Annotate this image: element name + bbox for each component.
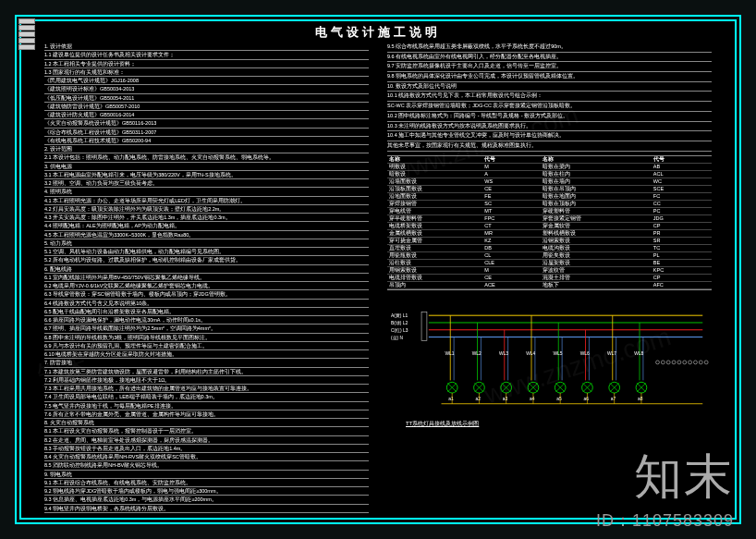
svg-text:A(黄) L1: A(黄) L1: [391, 312, 408, 318]
laying-code-table: 名称代号名称代号明敷设M暗敷在梁内AB暗敷设A暗敷在柱内ACL沿墙面敷设WS暗敷…: [387, 155, 712, 290]
code-table-row: 沿墙面敷设WS暗敷在墙内WC: [387, 178, 712, 186]
spec-line: 5.1 空调、风机等动力设备由动力配电箱供电，动力配电箱编号见系统图。: [44, 248, 369, 256]
code-table-row: 沿柱敷设CLE沿屋架敷设BE: [387, 260, 712, 267]
svg-text:a8: a8: [638, 396, 643, 400]
spec-column-right: 9.5 综合布线系统采用超五类非屏蔽双绞线，水平子系统长度不超过90m。9.6 …: [387, 43, 712, 513]
spec-line: 8.5 消防联动控制线路采用NH-BV耐火铜芯导线。: [44, 461, 369, 470]
svg-text:WL4: WL4: [526, 351, 535, 356]
spec-line: 7.1 本建筑按第三类防雷建筑物设防，屋面设避雷带，利用结构柱内主筋作引下线。: [44, 368, 369, 376]
code-table-row: 沿地面敷设FE暗敷在地面内FC: [387, 193, 712, 201]
spec-line: 《建筑照明设计标准》GB50034-2013: [44, 85, 369, 93]
titleblock-marks: [18, 18, 35, 50]
spec-line: 6.1 室内配线除注明外均采用BV-450/750V铜芯聚氯乙烯绝缘导线。: [44, 274, 369, 282]
code-table-row: 暗敷设A暗敷在柱内ACL: [387, 171, 712, 178]
spec-line: 5.2 所有电动机均设短路、过载及缺相保护，电动机控制箱由设备厂家成套供货。: [44, 256, 369, 264]
svg-point-81: [694, 360, 698, 363]
spec-line: 4.5 本工程照明光源色温宜为3300K~5300K，显色指数Ra≥80。: [44, 231, 369, 239]
spec-line: 7.2 利用基础内钢筋作接地极，接地电阻不大于1Ω。: [44, 376, 369, 385]
code-table-header: 名称代号名称代号: [387, 156, 712, 164]
spec-line: 6.7 照明、插座回路导线截面除注明外均为2.5mm²，空调回路为4mm²。: [44, 325, 369, 333]
code-table-row: 电缆桥架敷设CT穿金属软管CP: [387, 223, 712, 230]
spec-line: 4. 照明系统: [44, 188, 369, 196]
spec-line: 8.2 在走道、房间、电梯前室等处设感烟探测器，厨房设感温探测器。: [44, 436, 369, 445]
svg-text:WL8: WL8: [634, 351, 643, 356]
spec-line: 其他未尽事宜，按国家现行有关规范、规程及标准图集执行。: [387, 141, 712, 152]
spec-line: 5. 动力系统: [44, 239, 369, 248]
spec-line: 6.4 线路敷设方式代号含义见本说明第10条。: [44, 300, 369, 308]
svg-text:a4: a4: [530, 396, 535, 400]
spec-line: 9.2 弱电线路均穿JDG管暗敷于墙内或楼板内，弱电与强电间距≥300mm。: [44, 487, 369, 496]
spec-line: 10.2 图中线路标注格式为：回路编号 - 导线型号及规格 - 敷设方式及部位。: [387, 112, 712, 122]
svg-point-82: [699, 360, 702, 363]
spec-line: 4.1 本工程照明光源：办公、走道等场所采用荧光灯或LED灯，卫生间采用防潮灯。: [44, 197, 369, 205]
spec-line: 6.2 电缆采用YJV-0.6/1kV交联聚乙烯绝缘聚氯乙烯护套铜芯电力电缆。: [44, 282, 369, 290]
code-table-row: 直埋敷设DB电缆沟敷设TC: [387, 245, 712, 252]
spec-line: 《民用建筑电气设计规范》JGJ16-2008: [44, 77, 369, 85]
spec-line: 10. 敷设方式及部位代号说明: [387, 82, 712, 92]
spec-line: 2. 设计范围: [44, 145, 369, 153]
spec-line: 《有线电视系统工程技术规范》GB50200-94: [44, 137, 369, 145]
spec-line: 3.1 本工程电源由室外配电箱引来，电压等级为380/220V，采用TN-S接地…: [44, 171, 369, 179]
wiring-caption: TT系统灯具接线及放线示例图: [387, 420, 712, 428]
code-table-row: 明敷设M暗敷在梁内AB: [387, 164, 712, 171]
code-table-row: 穿半硬塑料管FPC穿套接紧定钢管JDG: [387, 215, 712, 223]
spec-line: 4.3 开关安装高度：除图中注明外，开关底边距地1.3m，插座底边距地0.3m。: [44, 214, 369, 222]
svg-text:WL7: WL7: [607, 351, 616, 356]
code-table-row: 穿可挠金属管KZ沿钢索敷设SR: [387, 238, 712, 245]
spec-line: 7. 防雷接地: [44, 359, 369, 367]
svg-text:WL3: WL3: [499, 351, 508, 356]
svg-point-76: [666, 360, 670, 363]
spec-line: 3.2 照明、空调、动力负荷均按三级负荷考虑。: [44, 179, 369, 188]
svg-text:a6: a6: [584, 396, 590, 400]
svg-text:WL5: WL5: [553, 351, 562, 356]
code-table-row: 用钢索敷设M穿波纹管KPC: [387, 267, 712, 275]
svg-point-74: [656, 360, 660, 363]
spec-line: 《低压配电设计规范》GB50054-2011: [44, 94, 369, 103]
wiring-example-diagram: A(黄) L1B(绿) L2C(红) L3(蓝) NWL1a1WL2a2WL3a…: [387, 298, 712, 418]
spec-line: 8.3 手动报警按钮设于各层走道及出入口，底边距地1.4m。: [44, 445, 369, 453]
spec-line: 9.8 弱电系统的具体深化设计由专业公司完成，本设计仅预留管线及箱体位置。: [387, 72, 712, 82]
content-columns: 1. 设计依据1.1 建设单位提供的设计任务书及相关设计要求文件；1.2 本工程…: [44, 43, 712, 513]
spec-line: 9.6 有线电视系统由室外有线电视网引入，经分配器分配至各电视插座。: [387, 53, 712, 63]
svg-point-79: [683, 360, 687, 363]
spec-line: 9.7 安防监控系统摄像机设于主要出入口及走道，信号传至一层监控室。: [387, 62, 712, 72]
svg-point-83: [704, 360, 708, 363]
spec-line: 6.10 电缆桥架在穿越防火分区处应采取防火封堵措施。: [44, 350, 369, 359]
svg-text:(蓝) N: (蓝) N: [391, 334, 404, 339]
spec-line: 7.3 本工程采用共用接地系统，所有进出建筑物的金属管道均应与接地装置可靠连接。: [44, 385, 369, 393]
svg-text:WL1: WL1: [445, 351, 454, 356]
code-table-row: 金属线槽敷设MR塑料线槽敷设PR: [387, 230, 712, 238]
code-table-row: 穿焊接钢管SC暗敷在顶板内CC: [387, 201, 712, 208]
spec-line: 7.5 电气竖井内设接地干线，与每层配电箱PE排连接。: [44, 402, 369, 410]
spec-line: 1.2 本工程相关专业提供的设计资料；: [44, 60, 369, 68]
code-table-row: 沿顶板面敷设CE暗敷在吊顶内SCE: [387, 186, 712, 193]
spec-line: 《综合布线系统工程设计规范》GB50311-2007: [44, 129, 369, 137]
spec-line: SC-WC 表示穿焊接钢管沿墙暗敷；JDG-CC 表示穿套接紧定钢管沿顶板暗敷。: [387, 102, 712, 112]
spec-line: 6.5 配电干线由配电间引出沿桥架敷设至各层配电箱。: [44, 308, 369, 316]
spec-line: 《建筑设计防火规范》GB50016-2014: [44, 111, 369, 119]
spec-line: 2.1 本设计包括：照明系统、动力配电系统、防雷接地系统、火灾自动报警系统、弱电…: [44, 153, 369, 162]
spec-line: 8. 火灾自动报警系统: [44, 419, 369, 427]
spec-line: 6.3 导线穿管敷设：穿SC钢管暗敷于墙内、楼板内或吊顶内；穿JDG管明敷。: [44, 290, 369, 299]
svg-text:a7: a7: [611, 396, 616, 400]
spec-line: 6.8 图中未注明的导线根数为3根，照明回路导线根数见平面图标注。: [44, 334, 369, 342]
svg-text:C(红) L3: C(红) L3: [391, 326, 408, 332]
svg-text:WL6: WL6: [580, 351, 590, 356]
spec-line: 《火灾自动报警系统设计规范》GB50116-2013: [44, 119, 369, 128]
svg-point-77: [672, 360, 676, 363]
spec-line: 6.6 插座回路均设漏电保护，漏电动作电流30mA，动作时间≤0.1s。: [44, 316, 369, 325]
spec-line: 8.4 火灾自动报警系统线路采用NH-RVS耐火双绞线穿SC管暗敷。: [44, 453, 369, 461]
drawing-title: 电气设计施工说明: [315, 24, 441, 41]
spec-column-left: 1. 设计依据1.1 建设单位提供的设计任务书及相关设计要求文件；1.2 本工程…: [44, 43, 369, 513]
spec-line: 1.3 国家现行的有关规范和标准：: [44, 68, 369, 77]
svg-point-78: [677, 360, 681, 363]
spec-line: 6. 配电线路: [44, 265, 369, 274]
svg-text:WL2: WL2: [472, 351, 482, 356]
spec-line: 9.4 弱电竖井内设弱电桥架，各系统线路分层敷设。: [44, 505, 369, 513]
svg-point-75: [661, 360, 665, 363]
spec-line: 10.4 施工中如遇与其他专业管线交叉冲突，应及时与设计单位协商解决。: [387, 131, 712, 141]
spec-line: 9.3 信息插座、电视插座底边距地0.3m，与电源插座水平间距≥200mm。: [44, 496, 369, 504]
spec-line: 10.1 线路敷设方式代号见下表，本工程常用敷设代号组合示例：: [387, 92, 712, 102]
code-table-row: 穿电线管MT穿硬塑料管PC: [387, 208, 712, 215]
code-table-row: 电缆排管敷设CE混凝土排管CP: [387, 275, 712, 282]
